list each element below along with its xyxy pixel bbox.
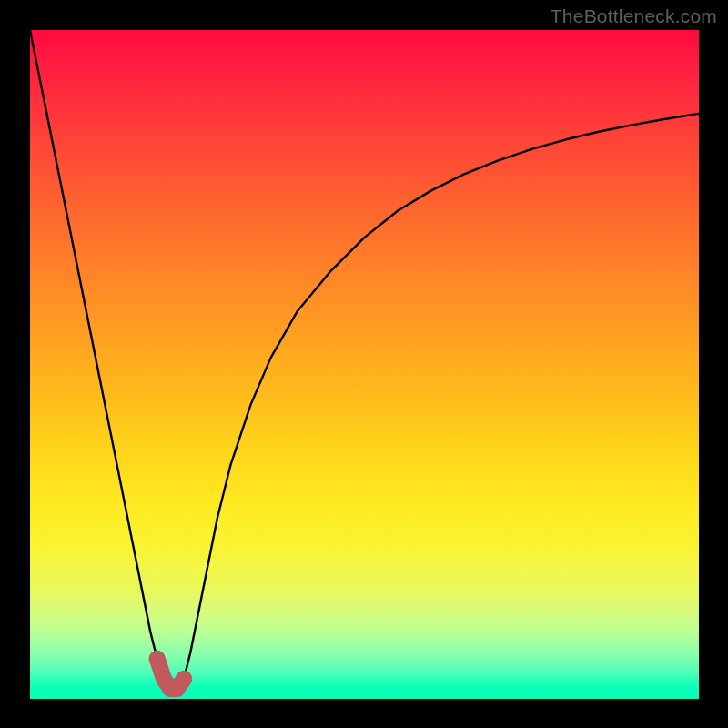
highlight-endpoint (176, 671, 192, 687)
curve-group (30, 30, 699, 689)
plot-area (30, 30, 699, 699)
watermark-text: TheBottleneck.com (551, 5, 717, 27)
canvas-frame: TheBottleneck.com (0, 0, 728, 728)
chart-svg (30, 30, 699, 699)
highlight-endpoint (149, 651, 166, 667)
bottleneck-curve (30, 30, 699, 689)
